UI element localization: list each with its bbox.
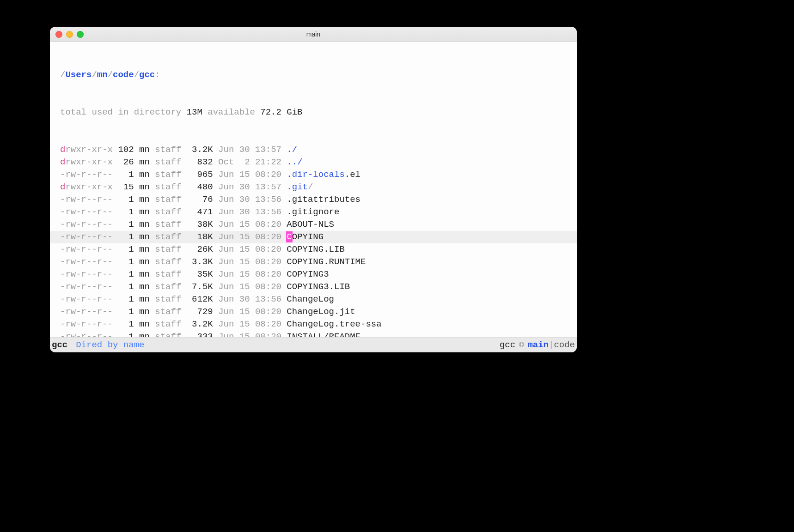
dired-row[interactable]: drwxr-xr-x 26 mn staff 832 Oct 2 21:22 .… xyxy=(50,156,577,169)
dired-row[interactable]: -rw-r--r-- 1 mn staff 729 Jun 15 08:20 C… xyxy=(50,306,577,318)
dired-summary-line: total used in directory 13M available 72… xyxy=(50,106,577,119)
close-icon[interactable] xyxy=(55,31,62,38)
dired-row[interactable]: -rw-r--r-- 1 mn staff 7.5K Jun 15 08:20 … xyxy=(50,281,577,293)
dired-row[interactable]: drwxr-xr-x 102 mn staff 3.2K Jun 30 13:5… xyxy=(50,144,577,156)
minimize-icon[interactable] xyxy=(66,31,73,38)
dired-row[interactable]: -rw-r--r-- 1 mn staff 471 Jun 30 13:56 .… xyxy=(50,206,577,218)
window-title: main xyxy=(50,30,577,38)
vc-icon: © xyxy=(519,341,524,350)
dired-row[interactable]: -rw-r--r-- 1 mn staff 3.3K Jun 15 08:20 … xyxy=(50,256,577,268)
dired-row[interactable]: -rw-r--r-- 1 mn staff 3.2K Jun 15 08:20 … xyxy=(50,318,577,331)
dired-row[interactable]: drwxr-xr-x 15 mn staff 480 Jun 30 13:57 … xyxy=(50,181,577,193)
traffic-lights xyxy=(55,31,84,38)
dired-buffer[interactable]: /Users/mn/code/gcc: total used in direct… xyxy=(50,42,577,337)
dired-row[interactable]: -rw-r--r-- 1 mn staff 35K Jun 15 08:20 C… xyxy=(50,268,577,281)
dired-row[interactable]: -rw-r--r-- 1 mn staff 76 Jun 30 13:56 .g… xyxy=(50,193,577,206)
dired-row[interactable]: -rw-r--r-- 1 mn staff 38K Jun 15 08:20 A… xyxy=(50,218,577,231)
titlebar[interactable]: main xyxy=(50,27,577,42)
dired-row[interactable]: -rw-r--r-- 1 mn staff 18K Jun 15 08:20 C… xyxy=(50,231,577,243)
dired-row[interactable]: -rw-r--r-- 1 mn staff 612K Jun 30 13:56 … xyxy=(50,293,577,306)
modeline-buffer-name: gcc xyxy=(52,340,67,350)
cursor: C xyxy=(287,232,292,242)
zoom-icon[interactable] xyxy=(77,31,84,38)
modeline-vc: gcc © main|code xyxy=(500,340,575,350)
emacs-window: main /Users/mn/code/gcc: total used in d… xyxy=(50,27,577,352)
dired-row[interactable]: -rw-r--r-- 1 mn staff 26K Jun 15 08:20 C… xyxy=(50,243,577,256)
dired-path-line: /Users/mn/code/gcc: xyxy=(50,69,577,81)
dired-row[interactable]: -rw-r--r-- 1 mn staff 333 Jun 15 08:20 I… xyxy=(50,331,577,337)
modeline[interactable]: gcc Dired by name gcc © main|code xyxy=(50,337,577,352)
dired-row[interactable]: -rw-r--r-- 1 mn staff 965 Jun 15 08:20 .… xyxy=(50,169,577,181)
modeline-mode: Dired by name xyxy=(76,340,144,350)
